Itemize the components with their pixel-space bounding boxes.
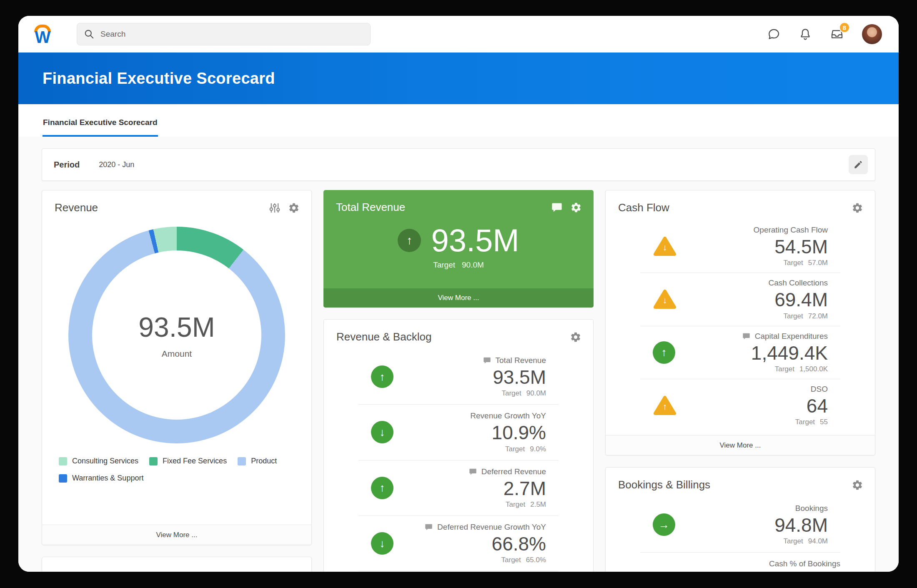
tab-bar: Financial Executive Scorecard (18, 104, 899, 137)
donut-center-label: Amount (162, 349, 192, 359)
kpi-label: Deferred Revenue Growth YoY (437, 523, 546, 532)
search-bar[interactable] (77, 23, 371, 45)
tab-financial-executive-scorecard[interactable]: Financial Executive Scorecard (43, 118, 158, 137)
target-label: Target (784, 312, 803, 320)
target-label: Target (795, 418, 815, 426)
view-more-link[interactable]: View More ... (606, 435, 875, 455)
legend-item[interactable]: Warranties & Support (59, 474, 143, 483)
arrow-down-icon: ↓ (653, 243, 677, 253)
target-value: 65.0% (526, 556, 546, 564)
arrow-up-icon: ↑ (661, 346, 667, 359)
view-more-link[interactable]: View More ... (42, 525, 311, 545)
comment-icon[interactable] (551, 202, 563, 213)
kpi-value: 93.5M (404, 367, 546, 387)
kpi-value: 2.7M (404, 478, 546, 498)
arrow-up-icon: ↑ (653, 402, 677, 412)
target-label: Target (433, 260, 455, 270)
arrow-down-icon: ↓ (380, 537, 385, 550)
kpi-value: 1,449.4K (686, 343, 828, 363)
card-title: Revenue & Backlog (336, 330, 431, 343)
target-label: Target (505, 445, 525, 453)
search-input[interactable] (100, 30, 363, 39)
kpi-row-operating-cash-flow: ↓ Operating Cash Flow 54.5M Target57.0M (653, 220, 828, 273)
revenue-card: Revenue 93.5M (42, 190, 312, 545)
target-label: Target (506, 500, 525, 509)
arrow-right-icon: → (659, 518, 669, 531)
kpi-list: ↑ Total Revenue 93.5M Target90.0M (324, 349, 593, 571)
comment-icon[interactable] (469, 468, 477, 475)
notifications-bell-icon[interactable] (799, 28, 812, 41)
kpi-label: Capital Expenditures (755, 332, 828, 341)
period-value: 2020 - Jun (99, 160, 134, 169)
partial-card (42, 557, 312, 572)
donut-center-value: 93.5M (138, 311, 215, 343)
warning-down-indicator: ↓ (653, 288, 677, 310)
cash-flow-card: Cash Flow ↓ (605, 190, 875, 455)
edit-period-button[interactable] (849, 155, 868, 174)
kpi-value: 54.5M (688, 237, 828, 257)
period-card: Period 2020 - Jun (42, 148, 875, 181)
up-arrow-indicator: ↑ (653, 341, 675, 364)
kpi-label: Deferred Revenue (481, 467, 546, 476)
kpi-value: 66.8% (404, 534, 546, 554)
gear-icon[interactable] (852, 479, 863, 491)
view-more-link[interactable]: View More ... (323, 288, 594, 308)
kpi-target: Target 90.0M (323, 260, 594, 270)
kpi-value: 94.8M (686, 515, 828, 535)
chat-icon[interactable] (767, 28, 780, 41)
column-1: Revenue 93.5M (42, 190, 312, 572)
warning-up-indicator: ↑ (653, 395, 677, 416)
card-title: Revenue (55, 201, 98, 214)
workday-logo-letter: W (35, 30, 50, 44)
gear-icon[interactable] (570, 202, 582, 213)
bookings-billings-card: Bookings & Billings → Bookings (605, 467, 875, 572)
legend-item[interactable]: Product (238, 457, 277, 465)
user-avatar[interactable] (862, 24, 882, 44)
target-value: 1,500.0K (799, 365, 828, 373)
top-bar: W 8 (18, 16, 899, 53)
target-value: 90.0M (526, 389, 546, 398)
kpi-label: Revenue Growth YoY (470, 411, 546, 420)
comment-icon[interactable] (483, 357, 491, 364)
gear-icon[interactable] (288, 202, 300, 214)
workday-logo[interactable]: W (31, 25, 54, 44)
target-value: 2.5M (530, 500, 546, 509)
kpi-value: 10.9% (404, 423, 546, 443)
target-label: Target (775, 365, 794, 373)
gear-icon[interactable] (852, 202, 863, 214)
right-arrow-indicator: → (653, 513, 675, 536)
legend-item[interactable]: Consulting Services (59, 457, 138, 465)
kpi-label: Total Revenue (496, 356, 546, 365)
gear-icon[interactable] (570, 331, 581, 343)
revenue-backlog-card: Revenue & Backlog ↑ (323, 319, 594, 572)
comment-icon[interactable] (742, 333, 751, 340)
legend-swatch (238, 457, 246, 465)
up-arrow-indicator: ↑ (371, 477, 393, 499)
legend-swatch (59, 457, 67, 465)
kpi-value: 64 (688, 396, 828, 416)
donut-center: 93.5M Amount (92, 250, 261, 420)
legend-swatch (59, 474, 67, 483)
app-window: W 8 Financial Executive Scorecard (18, 16, 899, 572)
warning-down-indicator: ↓ (653, 235, 677, 257)
chart-legend: Consulting Services Fixed Fee Services P… (59, 457, 296, 483)
kpi-label: Cash Collections (768, 278, 828, 288)
kpi-value: 69.4M (688, 290, 828, 310)
target-label: Target (502, 389, 521, 398)
divider (358, 571, 559, 571)
arrow-up-icon: ↑ (380, 370, 385, 383)
kpi-row-dso: ↑ DSO 64 Target55 (653, 379, 828, 432)
pencil-icon (853, 159, 864, 170)
kpi-row-deferred-revenue: ↑ Deferred Revenue 2.7M Target2.5M (371, 460, 546, 515)
legend-item[interactable]: Fixed Fee Services (149, 457, 227, 465)
inbox-icon[interactable]: 8 (830, 28, 844, 41)
filter-sliders-icon[interactable] (269, 202, 281, 214)
inbox-badge: 8 (839, 22, 850, 33)
revenue-donut-chart[interactable]: 93.5M Amount (68, 227, 285, 443)
comment-icon[interactable] (424, 523, 433, 531)
kpi-row-total-revenue: ↑ Total Revenue 93.5M Target90.0M (371, 349, 546, 404)
up-arrow-indicator: ↑ (371, 365, 393, 388)
kpi-label: Operating Cash Flow (754, 225, 828, 235)
legend-swatch (149, 457, 158, 465)
card-title: Bookings & Billings (618, 478, 710, 491)
